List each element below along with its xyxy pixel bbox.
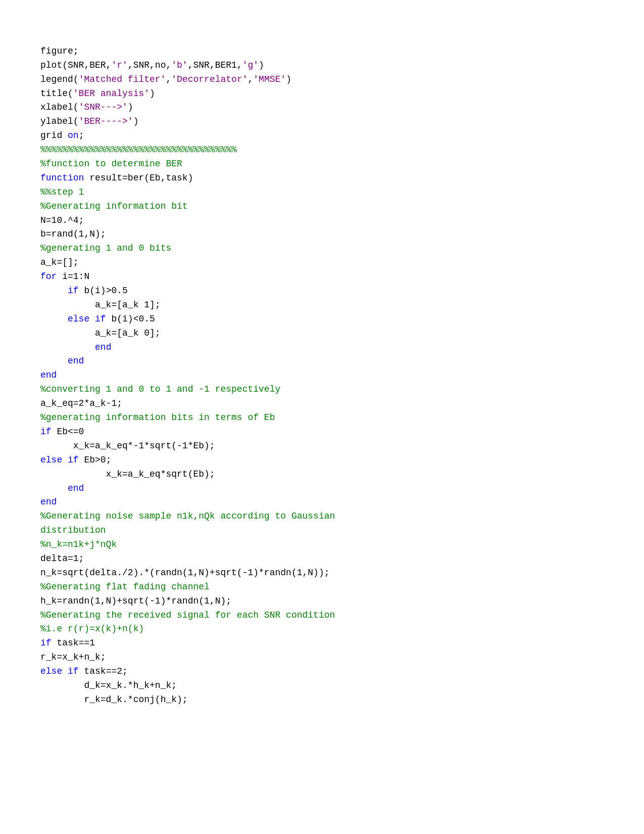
code-line: distribution: [40, 524, 604, 538]
code-line: n_k=sqrt(delta./2).*(randn(1,N)+sqrt(-1)…: [40, 566, 604, 580]
code-line: a_k=[a_k 0];: [40, 327, 604, 341]
code-line: %Generating flat fading channel: [40, 580, 604, 594]
code-line: a_k=[a_k 1];: [40, 298, 604, 312]
code-line: r_k=x_k+n_k;: [40, 651, 604, 665]
code-line: x_k=a_k_eq*sqrt(Eb);: [40, 468, 604, 482]
code-line: r_k=d_k.*conj(h_k);: [40, 693, 604, 707]
code-line: d_k=x_k.*h_k+n_k;: [40, 679, 604, 693]
code-line: else if Eb>0;: [40, 453, 604, 468]
code-line: if task==1: [40, 636, 604, 651]
code-line: a_k=[];: [40, 256, 604, 270]
code-line: %i.e r(r)=x(k)+n(k): [40, 622, 604, 636]
code-line: end: [40, 368, 604, 383]
code-line: a_k_eq=2*a_k-1;: [40, 397, 604, 411]
code-line: end: [40, 341, 604, 355]
code-line: for i=1:N: [40, 270, 604, 284]
code-line: if Eb<=0: [40, 425, 604, 439]
code-line: delta=1;: [40, 552, 604, 566]
code-line: grid on;: [40, 129, 604, 143]
code-line: %converting 1 and 0 to 1 and -1 respecti…: [40, 383, 604, 397]
code-line: %n_k=n1k+j*nQk: [40, 538, 604, 552]
code-line: if b(i)>0.5: [40, 284, 604, 298]
code-line: function result=ber(Eb,task): [40, 171, 604, 186]
code-line: h_k=randn(1,N)+sqrt(-1)*randn(1,N);: [40, 594, 604, 609]
code-line: %function to determine BER: [40, 157, 604, 171]
code-line: %generating 1 and 0 bits: [40, 242, 604, 256]
code-line: end: [40, 495, 604, 509]
code-line: else if task==2;: [40, 665, 604, 679]
code-line: ylabel('BER---->'): [40, 115, 604, 129]
code-line: %generating information bits in terms of…: [40, 411, 604, 425]
code-line: %Generating the received signal for each…: [40, 609, 604, 623]
code-line: %%step 1: [40, 186, 604, 200]
code-line: %Generating noise sample n1k,nQk accordi…: [40, 509, 604, 524]
code-line: figure;: [40, 44, 604, 59]
code-line: %%%%%%%%%%%%%%%%%%%%%%%%%%%%%%%%%%%%: [40, 143, 604, 157]
code-line: %Generating information bit: [40, 200, 604, 214]
code-editor: figure;plot(SNR,BER,'r',SNR,no,'b',SNR,B…: [40, 30, 604, 707]
code-line: xlabel('SNR--->'): [40, 101, 604, 115]
code-line: end: [40, 482, 604, 496]
code-line: plot(SNR,BER,'r',SNR,no,'b',SNR,BER1,'g'…: [40, 59, 604, 73]
code-line: end: [40, 354, 604, 368]
code-line: N=10.^4;: [40, 214, 604, 228]
code-line: b=rand(1,N);: [40, 227, 604, 242]
code-line: legend('Matched filter','Decorrelator','…: [40, 73, 604, 87]
code-line: else if b(i)<0.5: [40, 312, 604, 327]
code-line: x_k=a_k_eq*-1*sqrt(-1*Eb);: [40, 439, 604, 453]
code-line: title('BER analysis'): [40, 87, 604, 101]
